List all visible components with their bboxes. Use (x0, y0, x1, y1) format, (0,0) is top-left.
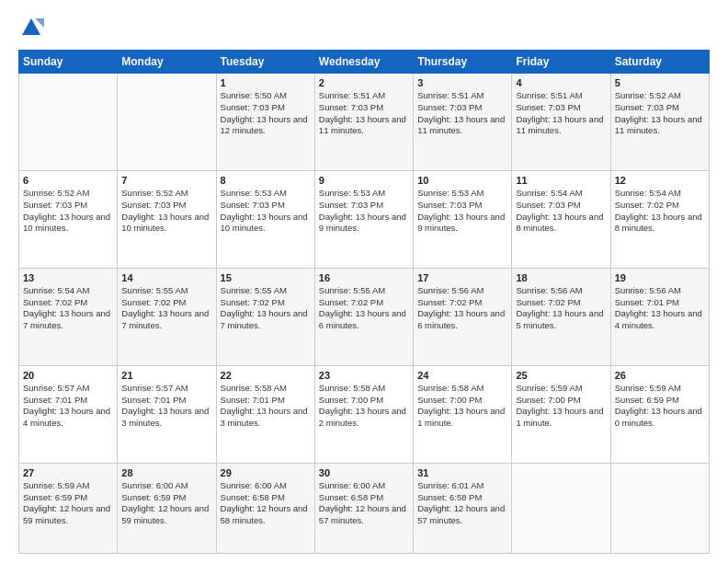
calendar-cell: 28Sunrise: 6:00 AM Sunset: 6:59 PM Dayli… (118, 463, 216, 553)
day-info: Sunrise: 5:59 AM Sunset: 7:00 PM Dayligh… (516, 383, 606, 430)
calendar-cell: 30Sunrise: 6:00 AM Sunset: 6:58 PM Dayli… (314, 463, 413, 553)
day-info: Sunrise: 5:50 AM Sunset: 7:03 PM Dayligh… (221, 90, 311, 137)
day-number: 1 (221, 77, 311, 88)
calendar-cell: 10Sunrise: 5:53 AM Sunset: 7:03 PM Dayli… (414, 170, 512, 268)
calendar-week-row: 13Sunrise: 5:54 AM Sunset: 7:02 PM Dayli… (19, 268, 710, 365)
calendar-header-wednesday: Wednesday (314, 51, 413, 74)
day-info: Sunrise: 5:58 AM Sunset: 7:01 PM Dayligh… (221, 383, 311, 430)
day-info: Sunrise: 5:54 AM Sunset: 7:02 PM Dayligh… (23, 285, 113, 332)
day-info: Sunrise: 5:55 AM Sunset: 7:02 PM Dayligh… (221, 285, 311, 332)
day-number: 17 (417, 272, 507, 283)
day-info: Sunrise: 5:51 AM Sunset: 7:03 PM Dayligh… (516, 90, 606, 137)
calendar-cell: 15Sunrise: 5:55 AM Sunset: 7:02 PM Dayli… (216, 268, 314, 365)
day-info: Sunrise: 5:58 AM Sunset: 7:00 PM Dayligh… (417, 383, 507, 430)
day-number: 29 (221, 467, 311, 478)
calendar-cell: 12Sunrise: 5:54 AM Sunset: 7:02 PM Dayli… (610, 170, 709, 268)
day-info: Sunrise: 5:53 AM Sunset: 7:03 PM Dayligh… (417, 188, 507, 235)
day-number: 28 (121, 467, 211, 478)
day-info: Sunrise: 6:00 AM Sunset: 6:59 PM Dayligh… (121, 480, 211, 527)
day-number: 27 (23, 467, 113, 478)
day-number: 21 (121, 370, 211, 381)
day-info: Sunrise: 5:53 AM Sunset: 7:03 PM Dayligh… (319, 188, 409, 235)
day-number: 22 (221, 370, 311, 381)
calendar-week-row: 1Sunrise: 5:50 AM Sunset: 7:03 PM Daylig… (19, 74, 710, 171)
day-number: 20 (23, 370, 113, 381)
day-info: Sunrise: 5:52 AM Sunset: 7:03 PM Dayligh… (23, 188, 113, 235)
day-info: Sunrise: 6:00 AM Sunset: 6:58 PM Dayligh… (319, 480, 409, 527)
calendar-cell: 6Sunrise: 5:52 AM Sunset: 7:03 PM Daylig… (19, 170, 118, 268)
calendar-body: 1Sunrise: 5:50 AM Sunset: 7:03 PM Daylig… (19, 74, 710, 554)
day-number: 23 (319, 370, 409, 381)
day-number: 9 (319, 175, 409, 186)
calendar-cell: 1Sunrise: 5:50 AM Sunset: 7:03 PM Daylig… (216, 74, 314, 171)
logo-icon (18, 15, 44, 40)
calendar-cell: 14Sunrise: 5:55 AM Sunset: 7:02 PM Dayli… (118, 268, 216, 365)
day-number: 15 (221, 272, 311, 283)
calendar-cell (19, 74, 118, 171)
calendar-cell: 5Sunrise: 5:52 AM Sunset: 7:03 PM Daylig… (610, 74, 709, 171)
calendar-week-row: 6Sunrise: 5:52 AM Sunset: 7:03 PM Daylig… (19, 170, 710, 268)
calendar-cell: 22Sunrise: 5:58 AM Sunset: 7:01 PM Dayli… (216, 365, 314, 463)
day-number: 10 (417, 175, 507, 186)
calendar-cell: 26Sunrise: 5:59 AM Sunset: 6:59 PM Dayli… (610, 365, 709, 463)
calendar-cell (512, 463, 610, 553)
calendar-cell: 23Sunrise: 5:58 AM Sunset: 7:00 PM Dayli… (314, 365, 413, 463)
calendar-cell: 9Sunrise: 5:53 AM Sunset: 7:03 PM Daylig… (314, 170, 413, 268)
calendar-cell: 7Sunrise: 5:52 AM Sunset: 7:03 PM Daylig… (118, 170, 216, 268)
header (18, 15, 710, 40)
day-info: Sunrise: 5:56 AM Sunset: 7:02 PM Dayligh… (417, 285, 507, 332)
calendar-header-thursday: Thursday (414, 51, 512, 74)
day-info: Sunrise: 5:59 AM Sunset: 6:59 PM Dayligh… (23, 480, 113, 527)
calendar-week-row: 20Sunrise: 5:57 AM Sunset: 7:01 PM Dayli… (19, 365, 710, 463)
calendar-cell: 16Sunrise: 5:55 AM Sunset: 7:02 PM Dayli… (314, 268, 413, 365)
day-number: 6 (23, 175, 113, 186)
day-info: Sunrise: 5:54 AM Sunset: 7:03 PM Dayligh… (516, 188, 606, 235)
day-info: Sunrise: 5:52 AM Sunset: 7:03 PM Dayligh… (121, 188, 211, 235)
day-number: 8 (221, 175, 311, 186)
day-info: Sunrise: 5:52 AM Sunset: 7:03 PM Dayligh… (615, 90, 705, 137)
calendar-header-saturday: Saturday (610, 51, 709, 74)
day-info: Sunrise: 6:01 AM Sunset: 6:58 PM Dayligh… (417, 480, 507, 527)
day-number: 26 (615, 370, 705, 381)
calendar-table: SundayMondayTuesdayWednesdayThursdayFrid… (18, 50, 710, 554)
day-info: Sunrise: 5:55 AM Sunset: 7:02 PM Dayligh… (319, 285, 409, 332)
calendar-cell: 4Sunrise: 5:51 AM Sunset: 7:03 PM Daylig… (512, 74, 610, 171)
day-number: 31 (417, 467, 507, 478)
calendar-cell: 2Sunrise: 5:51 AM Sunset: 7:03 PM Daylig… (314, 74, 413, 171)
day-info: Sunrise: 5:51 AM Sunset: 7:03 PM Dayligh… (319, 90, 409, 137)
day-number: 25 (516, 370, 606, 381)
day-info: Sunrise: 5:57 AM Sunset: 7:01 PM Dayligh… (121, 383, 211, 430)
calendar-cell (610, 463, 709, 553)
day-info: Sunrise: 6:00 AM Sunset: 6:58 PM Dayligh… (221, 480, 311, 527)
calendar-cell: 18Sunrise: 5:56 AM Sunset: 7:02 PM Dayli… (512, 268, 610, 365)
calendar-header-sunday: Sunday (19, 51, 118, 74)
day-info: Sunrise: 5:51 AM Sunset: 7:03 PM Dayligh… (417, 90, 507, 137)
day-number: 3 (417, 77, 507, 88)
day-number: 18 (516, 272, 606, 283)
day-number: 19 (615, 272, 705, 283)
day-number: 7 (121, 175, 211, 186)
day-info: Sunrise: 5:53 AM Sunset: 7:03 PM Dayligh… (221, 188, 311, 235)
calendar-cell: 31Sunrise: 6:01 AM Sunset: 6:58 PM Dayli… (414, 463, 512, 553)
calendar-cell: 21Sunrise: 5:57 AM Sunset: 7:01 PM Dayli… (118, 365, 216, 463)
day-number: 5 (615, 77, 705, 88)
calendar-header-monday: Monday (118, 51, 216, 74)
day-number: 2 (319, 77, 409, 88)
calendar-header-tuesday: Tuesday (216, 51, 314, 74)
day-number: 12 (615, 175, 705, 186)
calendar-cell: 29Sunrise: 6:00 AM Sunset: 6:58 PM Dayli… (216, 463, 314, 553)
calendar-cell: 20Sunrise: 5:57 AM Sunset: 7:01 PM Dayli… (19, 365, 118, 463)
calendar-cell: 24Sunrise: 5:58 AM Sunset: 7:00 PM Dayli… (414, 365, 512, 463)
day-number: 13 (23, 272, 113, 283)
calendar-cell: 13Sunrise: 5:54 AM Sunset: 7:02 PM Dayli… (19, 268, 118, 365)
logo (18, 15, 48, 40)
day-info: Sunrise: 5:55 AM Sunset: 7:02 PM Dayligh… (121, 285, 211, 332)
day-number: 14 (121, 272, 211, 283)
day-info: Sunrise: 5:59 AM Sunset: 6:59 PM Dayligh… (615, 383, 705, 430)
svg-marker-1 (35, 18, 44, 28)
page: SundayMondayTuesdayWednesdayThursdayFrid… (0, 0, 728, 563)
day-number: 11 (516, 175, 606, 186)
calendar-cell: 3Sunrise: 5:51 AM Sunset: 7:03 PM Daylig… (414, 74, 512, 171)
calendar-cell: 17Sunrise: 5:56 AM Sunset: 7:02 PM Dayli… (414, 268, 512, 365)
day-number: 16 (319, 272, 409, 283)
